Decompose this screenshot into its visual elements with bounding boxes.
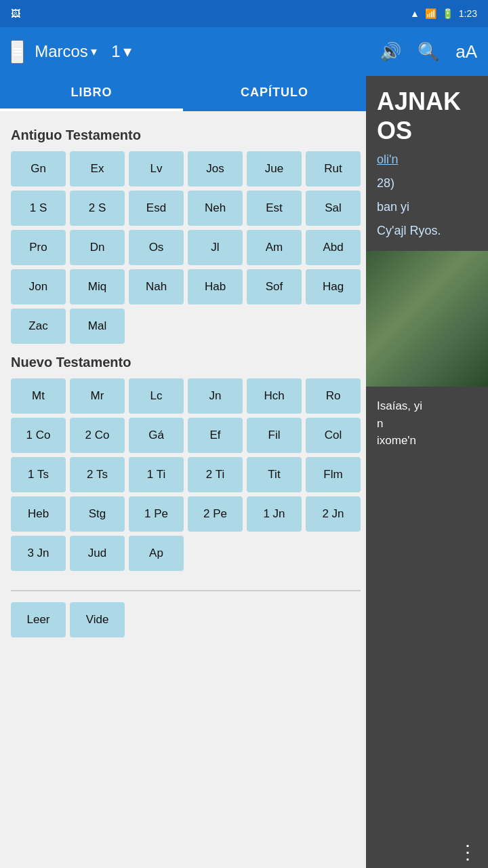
bible-bottom-text: Isaías, yi n ixome'n <box>366 387 488 460</box>
search-button[interactable]: 🔍 <box>418 41 439 62</box>
menu-button[interactable]: ≡ <box>11 40 24 64</box>
book-ga[interactable]: Gá <box>129 418 184 453</box>
bible-verse-text1: ban yi <box>377 198 477 216</box>
book-tit[interactable]: Tit <box>247 457 302 492</box>
book-mt[interactable]: Mt <box>11 378 66 414</box>
book-1co[interactable]: 1 Co <box>11 418 66 453</box>
bottom-text-1: Isaías, yi <box>377 397 477 415</box>
font-size-button[interactable]: aA <box>455 41 477 62</box>
volume-button[interactable]: 🔊 <box>380 41 401 62</box>
book-abd[interactable]: Abd <box>306 230 361 265</box>
book-2s[interactable]: 2 S <box>70 191 125 226</box>
book-1s[interactable]: 1 S <box>11 191 66 226</box>
antiguo-testamento-title: Antiguo Testamento <box>11 127 361 143</box>
vide-button[interactable]: Vide <box>70 602 125 637</box>
book-jue[interactable]: Jue <box>247 151 302 186</box>
book-jos[interactable]: Jos <box>188 151 243 186</box>
book-heb[interactable]: Heb <box>11 496 66 532</box>
book-2pe[interactable]: 2 Pe <box>188 496 243 532</box>
chapter-dropdown-icon: ▾ <box>123 42 131 61</box>
book-miq[interactable]: Miq <box>70 269 125 304</box>
book-col[interactable]: Col <box>306 418 361 453</box>
book-dropdown-icon[interactable]: ▾ <box>91 44 97 59</box>
book-3jn[interactable]: 3 Jn <box>11 536 66 571</box>
bottom-buttons-grid: Leer Vide <box>11 602 361 637</box>
book-os[interactable]: Os <box>129 230 184 265</box>
more-options-button[interactable]: ⋮ <box>458 841 477 863</box>
bible-verse-text2: Cy'ajl Ryos. <box>377 222 477 240</box>
bible-content-area: AJNAK OS oli'n 28) ban yi Cy'ajl Ryos. I… <box>366 76 488 868</box>
book-2co[interactable]: 2 Co <box>70 418 125 453</box>
status-bar: 🖼 ▲ 📶 🔋 1:23 <box>0 0 488 27</box>
book-jud[interactable]: Jud <box>70 536 125 571</box>
book-sal[interactable]: Sal <box>306 191 361 226</box>
content-area: LIBRO CAPÍTULO Antiguo Testamento Gn Ex … <box>0 76 488 868</box>
tab-bar: LIBRO CAPÍTULO <box>0 76 366 111</box>
book-rut[interactable]: Rut <box>306 151 361 186</box>
book-hag[interactable]: Hag <box>306 269 361 304</box>
antiguo-testamento-grid: Gn Ex Lv Jos Jue Rut 1 S 2 S Esd Neh Est… <box>11 151 361 344</box>
book-mr[interactable]: Mr <box>70 378 125 414</box>
book-list: Antiguo Testamento Gn Ex Lv Jos Jue Rut … <box>0 111 366 868</box>
bible-verse-ref: oli'n <box>377 151 477 169</box>
book-fil[interactable]: Fil <box>247 418 302 453</box>
wifi-icon: ▲ <box>410 8 420 19</box>
chapter-button[interactable]: 1 ▾ <box>111 42 131 61</box>
book-jon[interactable]: Jon <box>11 269 66 304</box>
book-1ts[interactable]: 1 Ts <box>11 457 66 492</box>
book-title: Marcos <box>35 42 88 61</box>
book-hab[interactable]: Hab <box>188 269 243 304</box>
book-ef[interactable]: Ef <box>188 418 243 453</box>
book-mal[interactable]: Mal <box>70 309 125 344</box>
battery-icon: 🔋 <box>442 8 453 19</box>
book-flm[interactable]: Flm <box>306 457 361 492</box>
book-ap[interactable]: Ap <box>129 536 184 571</box>
book-ro[interactable]: Ro <box>306 378 361 414</box>
bible-title-line2: OS <box>377 116 477 145</box>
toolbar: ≡ Marcos ▾ 1 ▾ 🔊 🔍 aA <box>0 27 488 76</box>
toolbar-icons: 🔊 🔍 aA <box>380 41 477 62</box>
book-gn[interactable]: Gn <box>11 151 66 186</box>
book-hch[interactable]: Hch <box>247 378 302 414</box>
bible-title-line1: AJNAK <box>377 87 477 116</box>
book-panel: LIBRO CAPÍTULO Antiguo Testamento Gn Ex … <box>0 76 366 868</box>
bible-title-block: AJNAK OS oli'n 28) ban yi Cy'ajl Ryos. <box>366 76 488 251</box>
divider <box>11 590 361 591</box>
nuevo-testamento-title: Nuevo Testamento <box>11 355 361 370</box>
status-left: 🖼 <box>11 8 20 19</box>
book-stg[interactable]: Stg <box>70 496 125 532</box>
book-lc[interactable]: Lc <box>129 378 184 414</box>
signal-icon: 📶 <box>425 8 436 19</box>
book-1jn[interactable]: 1 Jn <box>247 496 302 532</box>
book-nah[interactable]: Nah <box>129 269 184 304</box>
book-2ts[interactable]: 2 Ts <box>70 457 125 492</box>
bottom-text-2: n <box>377 415 477 433</box>
book-1pe[interactable]: 1 Pe <box>129 496 184 532</box>
toolbar-title: Marcos ▾ 1 ▾ <box>35 42 369 61</box>
chapter-number: 1 <box>111 42 120 61</box>
tab-capitulo[interactable]: CAPÍTULO <box>183 76 366 111</box>
book-neh[interactable]: Neh <box>188 191 243 226</box>
book-dn[interactable]: Dn <box>70 230 125 265</box>
book-est[interactable]: Est <box>247 191 302 226</box>
book-zac[interactable]: Zac <box>11 309 66 344</box>
time-display: 1:23 <box>459 8 477 19</box>
leer-button[interactable]: Leer <box>11 602 66 637</box>
book-pro[interactable]: Pro <box>11 230 66 265</box>
book-2ti[interactable]: 2 Ti <box>188 457 243 492</box>
book-sof[interactable]: Sof <box>247 269 302 304</box>
book-2jn[interactable]: 2 Jn <box>306 496 361 532</box>
book-jn[interactable]: Jn <box>188 378 243 414</box>
book-jl[interactable]: Jl <box>188 230 243 265</box>
status-right: ▲ 📶 🔋 1:23 <box>410 8 477 19</box>
bottom-text-3: ixome'n <box>377 432 477 450</box>
book-lv[interactable]: Lv <box>129 151 184 186</box>
book-ex[interactable]: Ex <box>70 151 125 186</box>
book-1ti[interactable]: 1 Ti <box>129 457 184 492</box>
tab-libro[interactable]: LIBRO <box>0 76 183 111</box>
book-am[interactable]: Am <box>247 230 302 265</box>
book-esd[interactable]: Esd <box>129 191 184 226</box>
nuevo-testamento-grid: Mt Mr Lc Jn Hch Ro 1 Co 2 Co Gá Ef Fil C… <box>11 378 361 571</box>
bible-verse-num: 28) <box>377 174 477 193</box>
verse-link[interactable]: oli'n <box>377 153 398 166</box>
